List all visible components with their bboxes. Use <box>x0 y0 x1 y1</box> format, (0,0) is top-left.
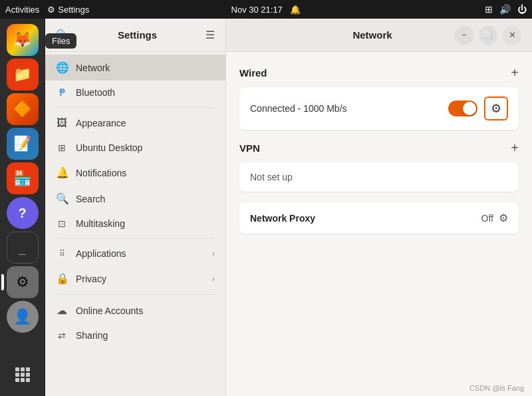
sidebar-label-sharing: Sharing <box>76 330 215 341</box>
sidebar-label-multitasking: Multitasking <box>76 218 215 229</box>
vpn-add-button[interactable]: + <box>511 140 519 156</box>
vpn-section-header: VPN + <box>239 140 519 156</box>
settings-app-indicator[interactable]: ⚙ Settings <box>47 5 89 15</box>
settings-topbar-label: Settings <box>58 5 89 15</box>
main-layout: 🦊 📁 🔶 📝 🏪 ? _ ⚙ 👤 <box>0 19 532 396</box>
sidebar-divider-2 <box>56 238 215 239</box>
vpn-card: Not set up <box>239 162 519 192</box>
dock-item-person[interactable]: 👤 <box>7 301 39 333</box>
toggle-knob <box>463 102 476 115</box>
activities-button[interactable]: Activities <box>5 5 39 15</box>
topbar-datetime: Nov 30 21:17 🔔 <box>231 5 301 15</box>
proxy-right: Off ⚙ <box>481 212 508 224</box>
vpn-status-label: Not set up <box>250 172 293 182</box>
notification-bell-icon[interactable]: 🔔 <box>290 5 301 15</box>
sidebar-item-sharing[interactable]: ⇄ Sharing <box>45 323 225 347</box>
dock-item-ubuntu[interactable]: 🔶 <box>7 93 39 125</box>
topbar: Activities ⚙ Settings Nov 30 21:17 🔔 ⊞ 🔊… <box>0 0 532 19</box>
grid-apps-icon <box>15 367 30 382</box>
sidebar-label-search: Search <box>76 194 215 204</box>
sidebar-label-notifications: Notifications <box>76 168 215 178</box>
wired-section-header: Wired + <box>239 65 519 81</box>
privacy-icon: 🔒 <box>56 272 68 285</box>
dock-item-appstore[interactable]: 🏪 <box>7 162 39 194</box>
sidebar-item-network[interactable]: 🌐 Network <box>45 55 225 81</box>
datetime-label: Nov 30 21:17 <box>231 5 283 15</box>
sidebar-label-appearance: Appearance <box>76 118 215 128</box>
wired-network-card: Connected - 1000 Mb/s ⚙ <box>239 87 519 130</box>
search-icon: 🔍 <box>56 192 68 205</box>
wired-section-title: Wired <box>239 67 267 79</box>
settings-topbar-icon: ⚙ <box>47 5 55 15</box>
proxy-title: Network Proxy <box>250 213 315 224</box>
dock-item-writer[interactable]: 📝 <box>7 128 39 160</box>
sidebar-item-bluetooth[interactable]: Ᵽ Bluetooth <box>45 81 225 104</box>
maximize-button[interactable]: ⬜ <box>479 26 497 45</box>
content-body: Wired + Connected - 1000 Mb/s ⚙ VPN + <box>226 52 532 396</box>
sharing-icon: ⇄ <box>56 330 68 341</box>
wired-card-right: ⚙ <box>448 97 508 120</box>
ubuntu-desktop-icon: ⊞ <box>56 142 68 153</box>
topbar-right: ⊞ 🔊 ⏻ <box>485 4 527 15</box>
sidebar-item-applications[interactable]: ⠿ Applications › <box>45 242 225 266</box>
proxy-gear-icon[interactable]: ⚙ <box>499 212 508 224</box>
sidebar-label-applications: Applications <box>76 248 204 259</box>
sidebar-item-online-accounts[interactable]: ☁ Online Accounts <box>45 297 225 323</box>
content-panel: Network − ⬜ ✕ Wired + Connected - 1000 M… <box>226 19 532 396</box>
sidebar-label-network: Network <box>76 63 215 73</box>
sidebar-list: 🌐 Network Ᵽ Bluetooth 🖼 Appearance ⊞ Ubu… <box>45 52 225 396</box>
sidebar-item-notifications[interactable]: 🔔 Notifications <box>45 160 225 186</box>
close-button[interactable]: ✕ <box>503 26 521 45</box>
appearance-icon: 🖼 <box>56 117 68 129</box>
dock-item-help[interactable]: ? <box>7 197 39 229</box>
dock-item-firefox[interactable]: 🦊 <box>7 24 39 56</box>
sidebar-item-privacy[interactable]: 🔒 Privacy › <box>45 266 225 292</box>
dock: 🦊 📁 🔶 📝 🏪 ? _ ⚙ 👤 <box>0 19 45 396</box>
network-icon: 🌐 <box>56 61 68 74</box>
proxy-card[interactable]: Network Proxy Off ⚙ <box>239 202 519 234</box>
wired-toggle[interactable] <box>448 100 477 116</box>
wired-settings-button[interactable]: ⚙ <box>484 97 508 120</box>
applications-chevron-icon: › <box>212 249 215 258</box>
network-status-icon[interactable]: ⊞ <box>485 4 493 15</box>
power-icon[interactable]: ⏻ <box>517 4 527 15</box>
sidebar-label-privacy: Privacy <box>76 274 204 284</box>
sidebar-divider-1 <box>56 107 215 108</box>
wired-connection-label: Connected - 1000 Mb/s <box>250 103 347 114</box>
online-accounts-icon: ☁ <box>56 304 68 317</box>
dock-item-files[interactable]: 📁 <box>7 59 39 91</box>
bluetooth-icon: Ᵽ <box>56 87 68 98</box>
vpn-section-title: VPN <box>239 142 260 154</box>
content-title: Network <box>290 29 455 41</box>
sidebar-menu-icon[interactable]: ☰ <box>205 29 215 41</box>
content-header: Network − ⬜ ✕ <box>226 19 532 52</box>
sidebar-item-search[interactable]: 🔍 Search <box>45 186 225 212</box>
privacy-chevron-icon: › <box>212 274 215 284</box>
dock-item-terminal[interactable]: _ <box>7 232 39 264</box>
window-controls: − ⬜ ✕ <box>455 26 521 45</box>
notifications-icon: 🔔 <box>56 166 68 179</box>
minimize-button[interactable]: − <box>455 26 473 45</box>
dock-item-show-apps[interactable] <box>7 359 39 391</box>
sidebar-divider-3 <box>56 294 215 295</box>
watermark: CSDN @Is Fang <box>469 384 524 392</box>
sidebar-item-ubuntu-desktop[interactable]: ⊞ Ubuntu Desktop <box>45 136 225 160</box>
sidebar: 🔍 Settings ☰ 🌐 Network Ᵽ Bluetooth 🖼 App… <box>45 19 226 396</box>
sidebar-item-appearance[interactable]: 🖼 Appearance <box>45 110 225 136</box>
sidebar-item-multitasking[interactable]: ⊡ Multitasking <box>45 212 225 236</box>
wired-gear-icon: ⚙ <box>491 101 501 116</box>
sidebar-title: Settings <box>69 29 205 41</box>
volume-icon[interactable]: 🔊 <box>499 4 511 15</box>
dock-item-settings[interactable]: ⚙ <box>7 266 39 298</box>
sidebar-label-online-accounts: Online Accounts <box>76 305 215 316</box>
applications-icon: ⠿ <box>56 249 68 258</box>
files-tooltip: Files <box>45 33 76 49</box>
multitasking-icon: ⊡ <box>56 218 68 229</box>
sidebar-label-ubuntu-desktop: Ubuntu Desktop <box>76 142 215 153</box>
topbar-left: Activities ⚙ Settings <box>5 5 89 15</box>
sidebar-label-bluetooth: Bluetooth <box>76 87 215 98</box>
wired-add-button[interactable]: + <box>511 65 519 81</box>
proxy-status-label: Off <box>481 213 493 224</box>
